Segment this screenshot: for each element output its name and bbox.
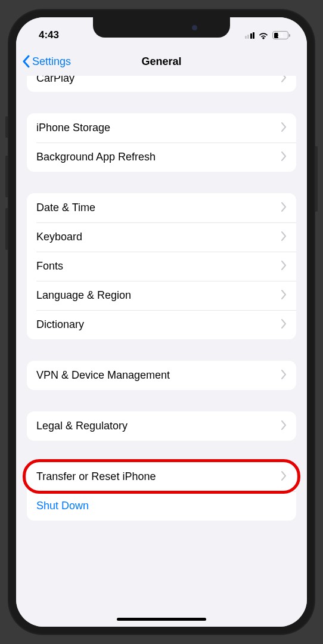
back-label: Settings	[32, 55, 71, 68]
row-fonts[interactable]: Fonts	[27, 252, 296, 281]
row-label: Fonts	[36, 260, 63, 273]
notch	[93, 17, 230, 38]
nav-bar: Settings General	[16, 47, 307, 76]
chevron-left-icon	[22, 55, 30, 68]
row-label: Legal & Regulatory	[36, 420, 128, 432]
settings-content[interactable]: CarPlay iPhone Storage Background App Re…	[16, 76, 307, 627]
chevron-right-icon	[281, 261, 287, 273]
chevron-right-icon	[281, 471, 287, 483]
row-label: Date & Time	[36, 202, 95, 214]
battery-icon: 31	[272, 31, 290, 39]
settings-group: iPhone Storage Background App Refresh	[27, 113, 296, 172]
battery-percent: 31	[277, 32, 283, 38]
phone-side-buttons-right	[315, 146, 318, 212]
row-language-region[interactable]: Language & Region	[27, 281, 296, 310]
row-legal-regulatory[interactable]: Legal & Regulatory	[27, 411, 296, 441]
settings-group: VPN & Device Management	[27, 361, 296, 390]
settings-group: Transfer or Reset iPhone Shut Down	[27, 462, 296, 521]
row-label: VPN & Device Management	[36, 369, 170, 382]
chevron-right-icon	[281, 76, 287, 85]
chevron-right-icon	[281, 370, 287, 382]
settings-group: Date & Time Keyboard Fonts	[27, 193, 296, 339]
chevron-right-icon	[281, 319, 287, 331]
row-label: Background App Refresh	[36, 151, 156, 163]
camera-icon	[192, 25, 197, 30]
screen: 4:43 31	[16, 17, 307, 627]
phone-frame: 4:43 31	[8, 9, 315, 635]
chevron-right-icon	[281, 122, 287, 134]
settings-group: Legal & Regulatory	[27, 411, 296, 441]
row-label: Dictionary	[36, 318, 84, 331]
phone-side-buttons-left	[5, 116, 8, 261]
home-indicator[interactable]	[117, 618, 206, 621]
row-label: iPhone Storage	[36, 122, 110, 134]
status-right: 31	[245, 31, 291, 39]
row-dictionary[interactable]: Dictionary	[27, 310, 296, 339]
page-title: General	[141, 55, 181, 68]
row-label: CarPlay	[36, 76, 74, 85]
row-iphone-storage[interactable]: iPhone Storage	[27, 113, 296, 143]
chevron-right-icon	[281, 420, 287, 432]
settings-group: CarPlay	[27, 76, 296, 92]
chevron-right-icon	[281, 231, 287, 243]
row-background-app-refresh[interactable]: Background App Refresh	[27, 143, 296, 172]
chevron-right-icon	[281, 202, 287, 214]
cellular-signal-icon	[245, 32, 255, 39]
row-label: Shut Down	[36, 500, 89, 512]
row-label: Transfer or Reset iPhone	[36, 470, 156, 483]
back-button[interactable]: Settings	[22, 55, 71, 68]
row-shut-down[interactable]: Shut Down	[27, 491, 296, 521]
row-date-time[interactable]: Date & Time	[27, 193, 296, 222]
row-label: Keyboard	[36, 231, 82, 243]
row-vpn-device-management[interactable]: VPN & Device Management	[27, 361, 296, 390]
status-time: 4:43	[39, 29, 59, 41]
row-keyboard[interactable]: Keyboard	[27, 222, 296, 252]
wifi-icon	[258, 32, 269, 39]
row-carplay[interactable]: CarPlay	[27, 76, 296, 92]
chevron-right-icon	[281, 151, 287, 163]
row-label: Language & Region	[36, 289, 131, 302]
chevron-right-icon	[281, 290, 287, 302]
row-transfer-reset[interactable]: Transfer or Reset iPhone	[27, 462, 296, 491]
